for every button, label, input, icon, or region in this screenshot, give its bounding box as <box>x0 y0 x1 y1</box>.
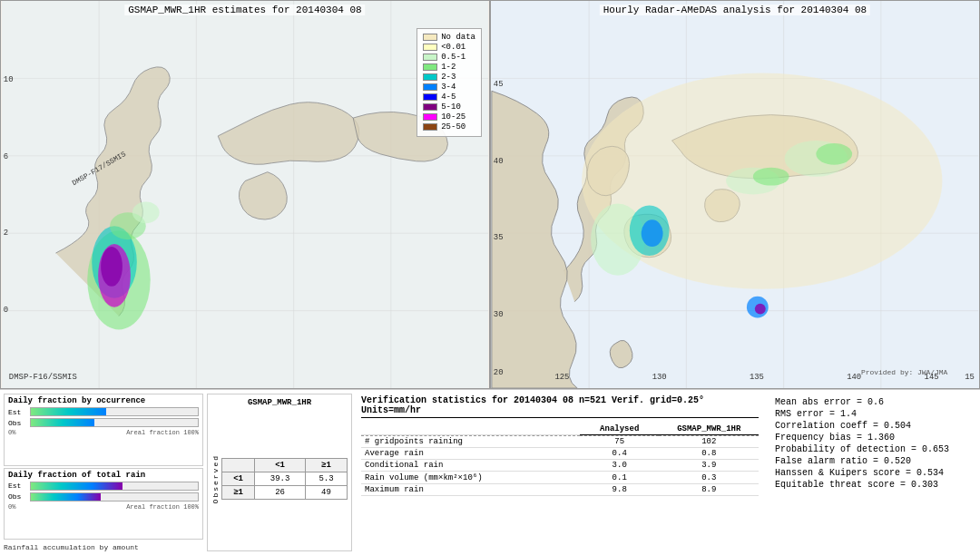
legend-05-1: 0.5-1 <box>423 53 475 62</box>
svg-text:125: 125 <box>554 373 569 382</box>
table-row-gridpoints: # gridpoints raining 75 102 <box>361 436 759 448</box>
verif-title: Verification statistics for 20140304 08 … <box>361 395 759 418</box>
occurrence-chart: Daily fraction by occurrence Est Obs 0% … <box>4 394 203 466</box>
legend-5-10-color <box>423 103 437 111</box>
legend-no-data: No data <box>423 33 475 42</box>
label-avg-rain: Average rain <box>361 448 580 460</box>
bar-charts-section: Daily fraction by occurrence Est Obs 0% … <box>4 394 203 551</box>
est-rain-label: Est <box>8 482 30 490</box>
table-row-cond-rain: Conditional rain 3.0 3.9 <box>361 460 759 472</box>
val-avg-rain-2: 0.8 <box>659 448 759 460</box>
rainfall-accumulation-label: Rainfall accumulation by amount <box>4 543 203 551</box>
est-occurrence-bar <box>30 407 199 416</box>
legend-10-25: 10-25 <box>423 112 475 122</box>
occurrence-title: Daily fraction by occurrence <box>8 396 199 405</box>
legend-1-2-color <box>423 63 437 71</box>
col-gsmap-header: GSMAP_MWR_1HR <box>659 424 759 435</box>
val-cond-rain-2: 3.9 <box>659 460 759 472</box>
est-rain-fill <box>31 482 122 490</box>
right-map-panel: Hourly Radar-AMeDAS analysis for 2014030… <box>490 0 980 389</box>
legend-4-5: 4-5 <box>423 92 475 102</box>
svg-text:130: 130 <box>652 373 667 382</box>
svg-point-46 <box>101 247 122 287</box>
val-lt1-lt1: 39.3 <box>255 472 306 486</box>
svg-point-48 <box>132 201 160 223</box>
svg-point-71 <box>816 143 852 165</box>
legend-3-4-label: 3-4 <box>441 83 456 92</box>
svg-point-73 <box>755 304 766 315</box>
empty-cell <box>222 459 255 472</box>
svg-text:40: 40 <box>494 157 504 166</box>
legend-4-5-color <box>423 93 437 101</box>
col-analysed-header: Analysed <box>580 424 660 435</box>
svg-text:DMSP-F16/SSMIS: DMSP-F16/SSMIS <box>9 373 77 382</box>
obs-rain-bar <box>30 492 199 501</box>
label-cond-rain: Conditional rain <box>361 460 580 472</box>
rain-chart: Daily fraction of total rain Est Obs 0% … <box>4 468 203 540</box>
obs-occurrence-row: Obs <box>8 418 199 427</box>
svg-text:Provided by: JWA/JMA: Provided by: JWA/JMA <box>861 368 948 376</box>
legend-lt001: <0.01 <box>423 43 475 52</box>
right-stats-panel: Mean abs error = 0.6 RMS error = 1.4 Cor… <box>768 394 976 551</box>
legend-no-data-color <box>423 34 437 41</box>
verification-section: Verification statistics for 20140304 08 … <box>356 394 764 551</box>
left-map-title: GSMAP_MWR_1HR estimates for 20140304 08 <box>124 5 365 15</box>
table-row-avg-rain: Average rain 0.4 0.8 <box>361 448 759 460</box>
val-gridpoints-2: 102 <box>659 436 759 448</box>
contingency-section: GSMAP_MWR_1HR Observed <1 ≥1 <1 39.3 5.3 <box>207 394 352 551</box>
obs-rain-row: Obs <box>8 492 199 501</box>
contingency-title: GSMAP_MWR_1HR <box>211 398 348 407</box>
legend-3-4-color <box>423 83 437 91</box>
label-rain-vol: Rain volume (mm×km²×10⁶) <box>361 472 580 484</box>
contingency-table: <1 ≥1 <1 39.3 5.3 ≥1 26 49 <box>221 458 348 500</box>
right-map-title: Hourly Radar-AMeDAS analysis for 2014030… <box>600 5 870 15</box>
legend-4-5-label: 4-5 <box>441 92 456 102</box>
svg-text:140: 140 <box>847 373 861 382</box>
label-max-rain: Maximum rain <box>361 484 580 496</box>
correlation-coeff: Correlation coeff = 0.504 <box>775 421 969 431</box>
svg-text:2: 2 <box>4 229 8 238</box>
rain-axis-0: 0% <box>8 503 15 511</box>
val-max-rain-2: 8.9 <box>659 484 759 496</box>
legend-2-3: 2-3 <box>423 73 475 82</box>
verif-table: Analysed GSMAP_MWR_1HR # gridpoints rain… <box>361 424 759 496</box>
svg-text:6: 6 <box>4 152 8 161</box>
obs-rain-fill <box>31 493 101 501</box>
est-occurrence-fill <box>31 408 106 415</box>
val-ge1-lt1: 26 <box>255 486 306 500</box>
row-lt1-header: <1 <box>222 472 255 486</box>
svg-text:30: 30 <box>494 310 504 319</box>
obs-occurrence-fill <box>31 419 94 426</box>
rain-axis-100: Areal fraction 100% <box>126 503 199 511</box>
false-alarm-ratio: False alarm ratio = 0.520 <box>775 456 969 466</box>
val-cond-rain-1: 3.0 <box>580 460 660 472</box>
legend-5-10-label: 5-10 <box>441 102 461 112</box>
legend-5-10: 5-10 <box>423 102 475 112</box>
svg-point-67 <box>642 219 663 247</box>
legend-10-25-label: 10-25 <box>441 112 466 122</box>
hanssen-kuipers: Hanssen & Kuipers score = 0.534 <box>775 468 969 478</box>
rms-error: RMS error = 1.4 <box>775 409 969 419</box>
svg-text:0: 0 <box>4 306 8 315</box>
svg-text:20: 20 <box>494 368 504 377</box>
mean-abs-error: Mean abs error = 0.6 <box>775 397 969 407</box>
col-ge1-header: ≥1 <box>305 459 347 472</box>
val-gridpoints-1: 75 <box>580 436 660 448</box>
axis-100pct: Areal fraction 100% <box>126 429 199 436</box>
table-row-max-rain: Maximum rain 9.8 8.9 <box>361 484 759 496</box>
legend-05-1-label: 0.5-1 <box>441 53 466 62</box>
legend-lt001-label: <0.01 <box>441 43 466 52</box>
val-rain-vol-2: 0.3 <box>659 472 759 484</box>
val-rain-vol-1: 0.1 <box>580 472 660 484</box>
col-lt1-header: <1 <box>255 459 306 472</box>
svg-point-69 <box>753 168 789 186</box>
svg-text:45: 45 <box>494 80 504 89</box>
legend-2-3-label: 2-3 <box>441 73 456 82</box>
maps-row: GSMAP_MWR_1HR estimates for 20140304 08 <box>0 0 980 390</box>
legend-3-4: 3-4 <box>423 83 475 92</box>
svg-text:35: 35 <box>494 233 504 242</box>
label-gridpoints: # gridpoints raining <box>361 436 580 448</box>
val-avg-rain-1: 0.4 <box>580 448 660 460</box>
val-ge1-ge1: 49 <box>305 486 347 500</box>
left-map-panel: GSMAP_MWR_1HR estimates for 20140304 08 <box>0 0 490 389</box>
